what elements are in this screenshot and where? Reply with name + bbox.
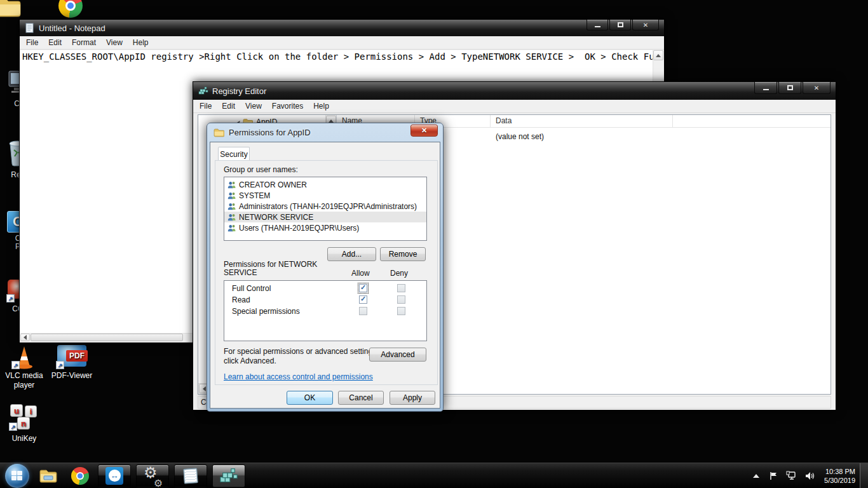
deny-checkbox[interactable] — [397, 284, 405, 292]
regedit-app-icon — [198, 86, 208, 96]
action-center-button[interactable] — [768, 470, 780, 482]
close-button[interactable]: ✕ — [632, 20, 659, 30]
group-user-names-label: Group or user names: — [224, 165, 298, 174]
permission-row: Read — [224, 295, 426, 306]
taskbar-notepad-button[interactable] — [174, 464, 207, 487]
permission-row: Special permissions — [224, 306, 426, 318]
menu-item-format[interactable]: Format — [67, 36, 101, 49]
menu-item-edit[interactable]: Edit — [43, 36, 67, 49]
advanced-button[interactable]: Advanced — [369, 348, 426, 362]
shortcut-arrow-icon: ↗ — [9, 423, 17, 431]
group-user-list[interactable]: CREATOR OWNERSYSTEMAdministrators (THANH… — [224, 177, 427, 241]
notepad-app-icon — [25, 23, 35, 33]
desktop-icon-pdf-viewer[interactable]: PDF ↗ PDF-Viewer — [44, 345, 99, 380]
menu-item-view[interactable]: View — [240, 100, 267, 112]
user-list-item[interactable]: NETWORK SERVICE — [224, 212, 426, 222]
scroll-up-button[interactable] — [653, 50, 663, 60]
chrome-icon — [71, 467, 89, 485]
taskbar-clock[interactable]: 10:38 PM 5/30/2019 — [824, 467, 855, 485]
desktop-icon-label: UniKey — [0, 434, 48, 443]
desktop-icon-unikey[interactable]: u i n ↗ UniKey — [0, 403, 48, 443]
pdf-badge: PDF — [66, 350, 88, 362]
learn-about-link[interactable]: Learn about access control and permissio… — [224, 372, 373, 381]
desktop-icon-vlc[interactable]: ↗ VLC media player — [0, 345, 48, 390]
menu-item-help[interactable]: Help — [128, 36, 154, 49]
show-desktop-button[interactable] — [860, 463, 868, 488]
apply-button[interactable]: Apply — [390, 391, 435, 405]
close-icon: ✕ — [421, 126, 427, 135]
taskbar-explorer-button[interactable] — [36, 464, 61, 487]
user-name: NETWORK SERVICE — [239, 213, 313, 222]
menu-item-help[interactable]: Help — [308, 100, 334, 112]
taskbar-chrome-button[interactable] — [67, 464, 93, 487]
close-button[interactable]: ✕ — [410, 125, 438, 137]
up-arrow-icon — [753, 474, 759, 478]
deny-column-label: Deny — [390, 269, 408, 278]
scroll-thumb[interactable] — [31, 334, 183, 341]
permission-row: Full Control — [224, 283, 426, 295]
deny-checkbox[interactable] — [397, 295, 405, 304]
minimize-button[interactable] — [587, 20, 608, 30]
maximize-button[interactable] — [609, 20, 631, 30]
close-button[interactable]: ✕ — [803, 82, 831, 94]
permissions-dialog: Permissions for AppID ✕ Security Group o… — [207, 123, 444, 412]
user-list-item[interactable]: Administrators (THANH-2019EQJPR\Administ… — [224, 201, 426, 212]
flag-icon — [769, 471, 779, 481]
teamviewer-icon: ↔ — [105, 467, 123, 485]
scroll-left-icon — [203, 386, 206, 391]
regedit-titlebar[interactable]: Registry Editor ✕ — [193, 82, 836, 100]
column-header-data[interactable]: Data — [491, 115, 673, 128]
allow-checkbox[interactable] — [359, 295, 367, 304]
dialog-titlebar[interactable]: Permissions for AppID ✕ — [207, 123, 443, 142]
menu-item-edit[interactable]: Edit — [217, 100, 240, 112]
taskbar-regedit-button[interactable] — [212, 464, 245, 487]
remove-button[interactable]: Remove — [380, 247, 426, 261]
shortcut-arrow-icon: ↗ — [56, 361, 64, 369]
desktop-icon-folder[interactable] — [0, 0, 22, 20]
menu-item-file[interactable]: File — [21, 36, 43, 49]
network-icon — [786, 471, 797, 481]
desktop-icon-label: player — [0, 381, 48, 390]
user-list-item[interactable]: CREATOR OWNER — [224, 179, 426, 190]
add-button[interactable]: Add... — [327, 247, 376, 261]
advanced-hint-text: For special permissions or advanced sett… — [224, 347, 378, 366]
tab-security[interactable]: Security — [218, 147, 250, 161]
maximize-icon — [618, 22, 623, 27]
desktop: Co Rec C C P ↗ CC ↗ VLC media player PDF — [0, 0, 868, 488]
column-header-empty — [673, 115, 831, 128]
folder-icon — [0, 0, 22, 18]
taskbar-teamviewer-button[interactable]: ↔ — [98, 464, 131, 487]
start-button[interactable] — [5, 464, 29, 488]
window-title: Registry Editor — [212, 86, 266, 96]
shortcut-arrow-icon: ↗ — [11, 361, 20, 369]
menu-item-view[interactable]: View — [101, 36, 128, 49]
notepad-menubar: FileEditFormatViewHelp — [20, 36, 664, 50]
cancel-button[interactable]: Cancel — [338, 391, 384, 405]
network-button[interactable] — [786, 470, 797, 482]
minimize-button[interactable] — [754, 82, 777, 94]
maximize-button[interactable] — [778, 82, 801, 94]
users-icon — [227, 224, 236, 233]
show-hidden-icons-button[interactable] — [750, 470, 762, 482]
user-list-item[interactable]: SYSTEM — [224, 190, 426, 201]
allow-checkbox[interactable] — [359, 307, 367, 315]
registry-value-data[interactable]: (value not set) — [496, 132, 544, 141]
window-title: Untitled - Notepad — [39, 24, 105, 33]
menu-item-file[interactable]: File — [194, 100, 217, 112]
clock-date: 5/30/2019 — [824, 476, 855, 485]
menu-item-favorites[interactable]: Favorites — [267, 100, 308, 112]
ok-button[interactable]: OK — [287, 391, 333, 405]
deny-checkbox[interactable] — [397, 307, 405, 315]
volume-button[interactable] — [804, 470, 815, 482]
notepad-titlebar[interactable]: Untitled - Notepad ✕ — [20, 20, 664, 36]
user-list-item[interactable]: Users (THANH-2019EQJPR\Users) — [224, 222, 426, 233]
allow-checkbox[interactable] — [359, 284, 367, 292]
desktop-icon-chrome[interactable] — [58, 0, 83, 18]
dialog-title: Permissions for AppID — [229, 128, 311, 137]
taskbar-settings-button[interactable]: ⚙ ⚙ — [136, 464, 169, 487]
scroll-left-icon — [24, 335, 27, 340]
scroll-left-button[interactable] — [20, 334, 30, 341]
gears-icon: ⚙ ⚙ — [143, 466, 162, 485]
scroll-up-icon — [329, 119, 334, 123]
users-icon — [227, 180, 236, 189]
